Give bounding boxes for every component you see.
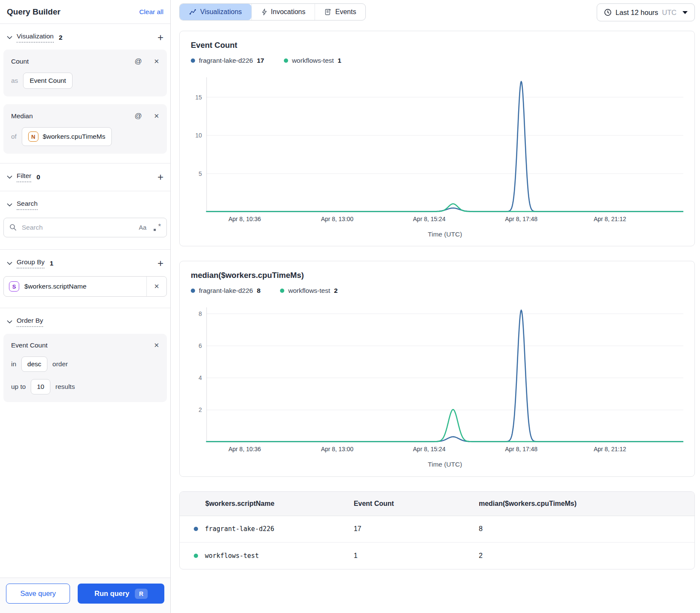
remove-group-by-icon[interactable]: ✕ [147,283,166,290]
series-name: workflows-test [288,287,330,295]
order-by-section-label[interactable]: Order By [17,317,43,327]
regex-icon[interactable]: * [153,224,161,231]
search-section: Search Aa * [0,191,170,249]
svg-text:Apr 8, 17:48: Apr 8, 17:48 [505,446,537,453]
svg-text:Time (UTC): Time (UTC) [428,461,462,468]
group-by-section-label[interactable]: Group By [17,258,44,269]
chevron-down-icon[interactable] [7,319,12,324]
results-tab-group: Visualizations Invocations Events [179,3,366,20]
median-visualization-card: Median @ ✕ of N $workers.cpuTimeMs [3,104,167,154]
median-card-title: Median [11,112,33,120]
order-direction-selector[interactable]: desc [21,356,47,372]
svg-text:Apr 8, 21:12: Apr 8, 21:12 [594,446,626,453]
svg-text:Apr 8, 13:00: Apr 8, 13:00 [321,446,353,453]
run-shortcut-badge: R [135,589,148,599]
series-total: 8 [257,287,261,295]
table-row[interactable]: workflows-test 1 2 [180,543,694,569]
remove-median-icon[interactable]: ✕ [154,112,159,120]
chevron-down-icon[interactable] [7,35,12,40]
visualization-section-label[interactable]: Visualization [17,32,54,43]
limit-input[interactable]: 10 [31,379,50,394]
chevron-down-icon[interactable] [7,202,12,207]
in-label: in [11,360,16,368]
script-name-cell: workflows-test [205,552,259,560]
tab-events-label: Events [335,8,356,16]
up-to-label: up to [11,383,26,391]
visualization-count: 2 [59,34,63,41]
visualization-section: Visualization 2 + Count @ ✕ as Event Cou… [0,24,170,163]
tab-visualizations-label: Visualizations [200,8,242,16]
column-header: Event Count [354,500,479,508]
series-name: fragrant-lake-d226 [199,287,253,295]
chart-title: Event Count [191,41,683,50]
event-count-line-chart: 51015Apr 8, 10:36Apr 8, 13:00Apr 8, 15:2… [191,72,683,239]
svg-text:Time (UTC): Time (UTC) [428,231,462,238]
series-name: fragrant-lake-d226 [199,57,253,64]
results-table: $workers.scriptName Event Count median($… [179,491,695,569]
count-card-title: Count [11,58,29,65]
legend-item[interactable]: workflows-test 1 [284,57,341,64]
legend-item[interactable]: fragrant-lake-d226 8 [191,287,260,295]
legend-item[interactable]: fragrant-lake-d226 17 [191,57,264,64]
add-filter-button[interactable]: + [158,172,163,182]
chevron-down-icon[interactable] [7,175,12,180]
chart-legend: fragrant-lake-d226 8 workflows-test 2 [191,287,683,295]
svg-text:15: 15 [195,94,202,101]
time-range-selector[interactable]: Last 12 hours UTC [597,3,695,21]
remove-order-by-icon[interactable]: ✕ [154,342,159,349]
caret-down-icon [682,11,688,14]
clear-all-link[interactable]: Clear all [139,8,163,16]
filter-section-label[interactable]: Filter [17,172,31,182]
series-total: 1 [338,57,341,64]
tab-invocations[interactable]: Invocations [251,4,315,20]
number-type-icon: N [28,131,38,142]
match-case-icon[interactable]: Aa [139,224,146,231]
series-total: 17 [257,57,264,64]
count-visualization-card: Count @ ✕ as Event Count [3,50,167,96]
mention-icon[interactable]: @ [134,57,142,66]
remove-count-icon[interactable]: ✕ [154,58,159,65]
search-section-label[interactable]: Search [17,200,38,210]
series-color-dot [191,289,195,293]
svg-text:Apr 8, 21:12: Apr 8, 21:12 [594,216,626,222]
series-color-dot [284,58,288,63]
median-cell: 8 [479,525,694,533]
order-by-section: Order By Event Count ✕ in desc order up … [0,308,170,412]
of-label: of [11,133,17,140]
legend-item[interactable]: workflows-test 2 [280,287,338,295]
series-color-dot [280,289,284,293]
svg-text:Apr 8, 10:36: Apr 8, 10:36 [228,446,261,453]
svg-text:2: 2 [198,407,202,414]
run-query-button[interactable]: Run query R [78,584,164,604]
svg-text:6: 6 [198,342,202,349]
page-title: Query Builder [7,7,61,17]
svg-text:8: 8 [198,310,202,317]
series-name: workflows-test [292,57,334,64]
chevron-down-icon[interactable] [7,261,12,266]
group-by-count: 1 [50,260,53,267]
tab-events[interactable]: Events [315,4,365,20]
event-count-cell: 1 [354,552,479,560]
chart-title: median($workers.cpuTimeMs) [191,271,683,280]
table-header-row: $workers.scriptName Event Count median($… [180,492,694,516]
results-label: results [55,383,75,391]
table-row[interactable]: fragrant-lake-d226 17 8 [180,516,694,543]
filter-count: 0 [36,173,40,181]
median-field-selector[interactable]: N $workers.cpuTimeMs [22,127,112,146]
sidebar-header: Query Builder Clear all [0,0,170,24]
save-query-button[interactable]: Save query [6,584,70,604]
group-by-field[interactable]: S $workers.scriptName ✕ [3,276,167,297]
median-cputime-line-chart: 2468Apr 8, 10:36Apr 8, 13:00Apr 8, 15:24… [191,302,683,469]
mention-icon[interactable]: @ [134,112,142,120]
count-alias-field[interactable]: Event Count [23,73,72,89]
tab-visualizations[interactable]: Visualizations [180,4,251,20]
add-visualization-button[interactable]: + [158,32,163,43]
search-icon [9,224,17,231]
chart-legend: fragrant-lake-d226 17 workflows-test 1 [191,57,683,64]
string-type-icon: S [9,281,19,292]
series-color-dot [191,58,195,63]
series-total: 2 [334,287,338,295]
add-group-by-button[interactable]: + [158,258,163,269]
order-by-card: Event Count ✕ in desc order up to 10 res… [3,334,167,402]
as-label: as [11,77,18,85]
